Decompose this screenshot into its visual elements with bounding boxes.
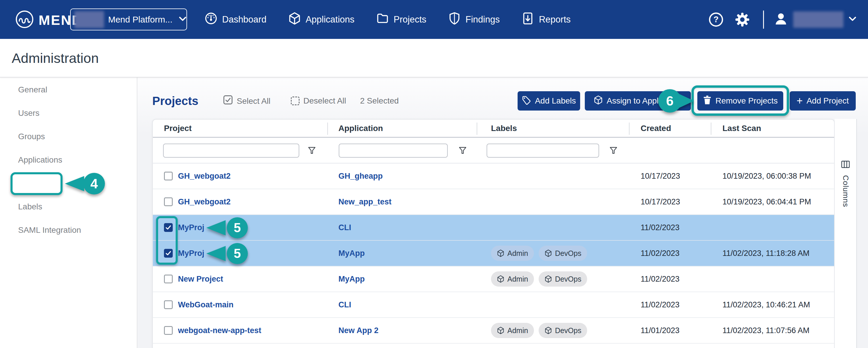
chevron-down-icon <box>849 17 856 23</box>
created-cell: 11/02/2023 <box>629 223 711 232</box>
table-columns-icon <box>841 160 850 170</box>
project-link[interactable]: GH_webgoat2 <box>178 172 230 181</box>
add-project-button[interactable]: + Add Project <box>790 91 856 111</box>
row-checkbox[interactable] <box>164 249 173 258</box>
application-link[interactable]: CLI <box>338 223 351 232</box>
nav-item-dashboard[interactable]: Dashboard <box>205 12 267 27</box>
projects-table: Project Application Labels Created Last … <box>152 119 835 348</box>
project-cell: GH_webgoat2 <box>153 197 327 206</box>
cube-icon <box>497 275 504 283</box>
nav-item-projects[interactable]: Projects <box>376 12 426 27</box>
labels-filter-input[interactable] <box>487 144 599 157</box>
column-header-project[interactable]: Project <box>153 120 327 137</box>
gear-icon[interactable] <box>735 12 750 28</box>
application-cell: MyApp <box>327 274 477 284</box>
nav-item-reports[interactable]: Reports <box>521 12 571 27</box>
application-link[interactable]: New App 2 <box>338 326 378 335</box>
navbar-right: ? <box>708 0 868 39</box>
project-link[interactable]: MyProj <box>178 223 204 232</box>
application-link[interactable]: GH_gheapp <box>338 172 383 180</box>
label-pill: DevOps <box>539 271 587 287</box>
project-filter-input[interactable] <box>163 144 299 157</box>
application-link[interactable]: New_app_test <box>338 197 392 206</box>
application-link[interactable]: CLI <box>338 300 351 309</box>
row-checkbox[interactable] <box>164 300 173 309</box>
project-link[interactable]: MyProj <box>178 249 204 258</box>
assign-to-application-label: Assign to Application <box>607 96 682 106</box>
project-filter-funnel-icon[interactable] <box>307 146 316 155</box>
assign-to-application-button[interactable]: Assign to Application <box>585 91 691 111</box>
select-all-label: Select All <box>237 96 270 106</box>
sidebar-item-applications[interactable]: Applications <box>18 148 62 172</box>
last-scan-cell: 11/02/2023, 11:18:28 AM <box>711 249 834 258</box>
deselect-all-label: Deselect All <box>303 96 346 106</box>
row-checkbox[interactable] <box>164 326 173 335</box>
svg-text:?: ? <box>713 14 719 24</box>
header-separator <box>477 122 477 135</box>
nav-item-applications[interactable]: Applications <box>288 12 354 27</box>
row-checkbox[interactable] <box>164 172 173 180</box>
top-navbar: MEND Mend Platform... Dashboard Applicat… <box>0 0 868 39</box>
help-circle-icon[interactable]: ? <box>708 12 724 28</box>
cube-icon <box>545 327 552 334</box>
sidebar-item-saml[interactable]: SAML Integration <box>18 219 81 242</box>
page-header: Administration <box>0 39 868 78</box>
org-selector-dropdown[interactable]: Mend Platform... <box>70 8 187 30</box>
nav-item-label: Projects <box>394 14 426 25</box>
labels-filter-funnel-icon[interactable] <box>609 146 618 155</box>
table-row: MyProj CLI 11/02/2023 <box>153 215 834 241</box>
application-link[interactable]: MyApp <box>338 249 365 258</box>
application-cell: CLI <box>327 300 477 310</box>
nav-item-label: Applications <box>306 14 354 25</box>
last-scan-cell: 10/19/2023, 06:04:41 PM <box>711 197 834 206</box>
remove-projects-button[interactable]: Remove Projects <box>697 91 783 111</box>
column-header-created[interactable]: Created <box>629 120 711 137</box>
table-row: New Project MyApp AdminDevOps 11/02/2023 <box>153 266 834 292</box>
sidebar-item-users[interactable]: Users <box>18 102 39 125</box>
application-cell: CLI <box>327 223 477 232</box>
column-header-last-scan[interactable]: Last Scan <box>711 120 834 137</box>
cube-icon <box>497 250 504 257</box>
redacted-org-name <box>74 11 104 28</box>
project-link[interactable]: New Project <box>178 274 223 284</box>
application-link[interactable]: MyApp <box>338 274 365 283</box>
created-cell: 11/02/2023 <box>629 249 711 258</box>
column-header-application[interactable]: Application <box>327 120 477 137</box>
sidebar-item-groups[interactable]: Groups <box>18 125 45 148</box>
label-pill-text: Admin <box>507 326 528 335</box>
project-cell: webgoat-new-app-test <box>153 326 327 335</box>
column-header-labels[interactable]: Labels <box>477 120 629 137</box>
row-checkbox[interactable] <box>164 223 173 232</box>
page-title: Administration <box>12 50 99 66</box>
checkbox-dashed-icon <box>291 96 300 105</box>
sidebar-item-general[interactable]: General <box>18 78 48 102</box>
deselect-all-button[interactable]: Deselect All <box>291 96 346 106</box>
label-pill: DevOps <box>539 245 587 261</box>
project-link[interactable]: GH_webgoat2 <box>178 197 230 206</box>
labels-cell: AdminDevOps <box>477 271 629 287</box>
user-icon <box>774 12 788 27</box>
org-selector-label: Mend Platform... <box>108 14 173 25</box>
sidebar-item-labels[interactable]: Labels <box>18 195 42 219</box>
columns-tab[interactable]: Columns <box>835 119 857 348</box>
select-all-button[interactable]: Select All <box>223 95 270 107</box>
project-link[interactable]: webgoat-new-app-test <box>178 326 261 335</box>
created-cell: 11/02/2023 <box>629 300 711 310</box>
created-cell: 11/01/2023 <box>629 326 711 335</box>
application-cell: New_app_test <box>327 197 477 206</box>
cube-icon <box>545 275 552 283</box>
nav-item-findings[interactable]: Findings <box>448 12 500 27</box>
selected-count: 2 Selected <box>360 96 399 106</box>
row-checkbox[interactable] <box>164 197 173 206</box>
project-link[interactable]: WebGoat-main <box>178 300 234 310</box>
sidebar-item-projects[interactable]: Projects <box>18 172 53 195</box>
application-filter-input[interactable] <box>339 144 448 157</box>
user-menu[interactable] <box>774 11 856 28</box>
last-scan-cell: 11/02/2023, 11:07:56 AM <box>711 326 834 335</box>
label-pill: Admin <box>491 245 534 261</box>
row-checkbox[interactable] <box>164 274 173 283</box>
table-row: WebGoat-main CLI 11/02/2023 11/02/2023, … <box>153 292 834 318</box>
navbar-divider <box>763 10 764 29</box>
application-filter-funnel-icon[interactable] <box>458 146 467 155</box>
add-labels-button[interactable]: Add Labels <box>518 91 580 111</box>
